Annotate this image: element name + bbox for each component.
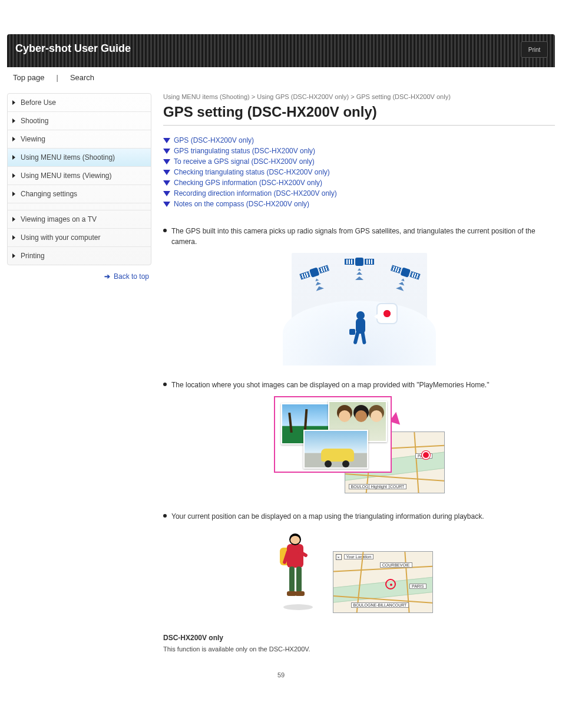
sidebar-item-before-use[interactable]: Before Use (8, 94, 151, 112)
photo-thumb (303, 430, 368, 469)
triangle-down-icon (163, 149, 170, 154)
sidebar-item-label: Before Use (21, 98, 56, 107)
bullet-icon (163, 514, 167, 518)
sidebar-menu: Before Use Shooting Viewing Using MENU i… (7, 93, 151, 265)
person-icon (346, 311, 371, 347)
anchor-link[interactable]: Notes on the compass (DSC-HX200V only) (174, 200, 309, 208)
anchor-link[interactable]: GPS (DSC-HX200V only) (174, 136, 254, 144)
header-bar: Cyber-shot User Guide Print (7, 34, 555, 67)
triangle-down-icon (163, 202, 170, 207)
sidebar-item-label: Changing settings (21, 190, 77, 198)
sidebar-item-menu-shooting[interactable]: Using MENU items (Shooting) (8, 149, 151, 167)
triangle-down-icon (163, 191, 170, 196)
sidebar-item-tv[interactable]: Viewing images on a TV (8, 210, 151, 229)
model-note-block: DSC-HX200V only This function is availab… (163, 634, 555, 653)
separator: | (57, 73, 58, 82)
sidebar: Before Use Shooting Viewing Using MENU i… (7, 93, 151, 653)
page-number: 59 (277, 671, 285, 678)
location-circle-icon (385, 579, 396, 589)
anchor-list: GPS (DSC-HX200V only) GPS triangulating … (163, 136, 555, 208)
triangle-down-icon (163, 138, 170, 143)
product-title: Cyber-shot User Guide (7, 34, 555, 55)
sidebar-item-label: Shooting (21, 117, 48, 125)
breadcrumb: Using MENU items (Shooting) > Using GPS … (163, 93, 555, 100)
bullet-icon (163, 383, 167, 386)
anchor-link[interactable]: Checking triangulating status (DSC-HX200… (174, 168, 330, 176)
sidebar-item-shooting[interactable]: Shooting (8, 112, 151, 130)
location-balloon (376, 303, 398, 324)
body-text: Your current position can be displayed o… (171, 511, 484, 522)
anchor-link[interactable]: To receive a GPS signal (DSC-HX200V only… (174, 157, 315, 166)
figure-gps-satellites (163, 253, 555, 362)
hiker-icon (274, 533, 315, 610)
triangle-down-icon (163, 159, 170, 164)
map-label: Your Location (344, 554, 374, 559)
section-gps-overview: The GPS built into this camera picks up … (163, 226, 555, 616)
back-to-top-link[interactable]: ➔ Back to top (7, 272, 151, 281)
print-button[interactable]: Print (521, 41, 548, 58)
arrow-right-icon: ➔ (104, 272, 110, 281)
gps-illustration (292, 253, 427, 362)
sidebar-item-changing-settings[interactable]: Changing settings (8, 185, 151, 203)
figure-current-location: × Your Location COURBEVOIE PARIS BOULOGN… (163, 528, 555, 616)
sidebar-item-viewing[interactable]: Viewing (8, 130, 151, 149)
body-text: The GPS built into this camera picks up … (171, 226, 555, 247)
model-note-heading: DSC-HX200V only (163, 634, 555, 642)
body-text: The location where you shot images can b… (171, 380, 489, 390)
sidebar-item-label: Viewing (21, 135, 45, 143)
anchor-link[interactable]: Checking GPS information (DSC-HX200V onl… (174, 179, 322, 187)
satellite-icon (298, 262, 330, 284)
anchor-link[interactable]: GPS triangulating status (DSC-HX200V onl… (174, 147, 315, 155)
sidebar-item-computer[interactable]: Using with your computer (8, 229, 151, 247)
hiker-map-illustration: × Your Location COURBEVOIE PARIS BOULOGN… (274, 528, 445, 616)
figure-photos-map: PARIS BOULOGNE-BILLANCOURT Highlight (163, 396, 555, 493)
photos-map-illustration: PARIS BOULOGNE-BILLANCOURT Highlight (274, 396, 445, 493)
main-content: Using MENU items (Shooting) > Using GPS … (163, 93, 555, 653)
sidebar-spacer (8, 203, 151, 210)
close-icon: × (336, 554, 342, 560)
triangle-down-icon (163, 170, 170, 175)
sub-header: Top page | Search (7, 67, 555, 87)
back-to-top-label: Back to top (114, 272, 149, 281)
sidebar-item-label: Using MENU items (Viewing) (21, 172, 111, 180)
sidebar-item-label: Viewing images on a TV (21, 215, 97, 223)
page-title: GPS setting (DSC-HX200V only) (163, 104, 555, 126)
anchor-link[interactable]: Recording direction information (DSC-HX2… (174, 189, 337, 197)
search-link[interactable]: Search (70, 73, 94, 82)
map-panel: × Your Location COURBEVOIE PARIS BOULOGN… (333, 551, 433, 613)
sidebar-item-label: Printing (21, 252, 45, 260)
model-note-text: This function is available only on the D… (163, 645, 555, 653)
map-label: BOULOGNE-BILLANCOURT (351, 602, 409, 608)
satellite-icon (345, 255, 374, 269)
bullet-icon (163, 229, 167, 232)
sidebar-item-menu-viewing[interactable]: Using MENU items (Viewing) (8, 167, 151, 185)
satellite-icon (389, 262, 421, 284)
sidebar-item-label: Using with your computer (21, 233, 100, 242)
sidebar-item-label: Using MENU items (Shooting) (21, 153, 115, 162)
map-label: COURBEVOIE (380, 562, 412, 568)
triangle-down-icon (163, 180, 170, 186)
map-label: PARIS (409, 584, 427, 589)
map-label: Highlight (369, 484, 389, 489)
photo-group (274, 396, 392, 473)
top-page-link[interactable]: Top page (13, 73, 45, 82)
sidebar-item-printing[interactable]: Printing (8, 247, 151, 265)
map-pin-icon (423, 452, 429, 458)
